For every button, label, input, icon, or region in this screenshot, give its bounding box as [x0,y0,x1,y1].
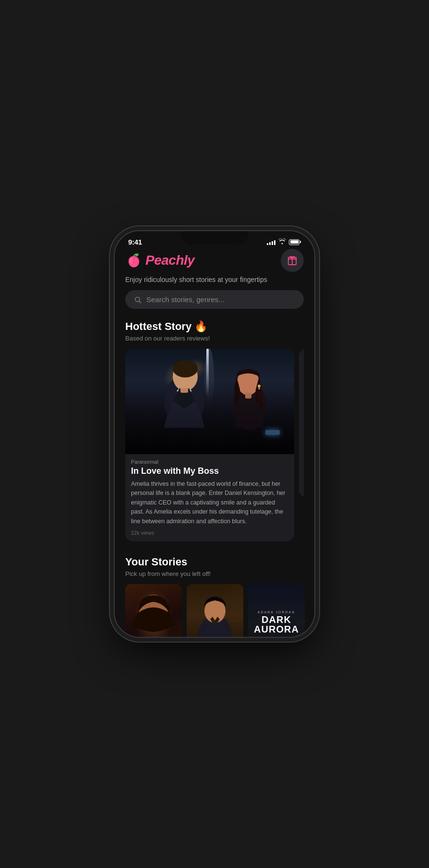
logo: Peachly [125,252,194,269]
story-thumbnail-vengeance [187,584,243,637]
aurora-title-text-2: AURORA [254,624,299,633]
header: Peachly [125,249,304,272]
featured-card-wrapper-1: Paranormal In Love with My Boss Amelia t… [125,349,294,544]
story-thumbnail-aurora: ADARA JORDAN DARK AURORA [248,584,305,637]
signal-icon [267,239,275,245]
featured-card-peek-2 [299,349,304,544]
featured-story-card-1[interactable]: Paranormal In Love with My Boss Amelia t… [125,349,294,541]
search-bar[interactable]: Search stories, genres... [125,290,304,309]
svg-point-2 [129,257,134,264]
your-stories-title: Your Stories [125,556,304,568]
story-card-vengeance[interactable]: Paranormal Vengeance [187,584,243,637]
aurora-author: ADARA JORDAN [254,610,299,613]
main-content: Peachly Enjoy ridiculously short stories… [115,249,314,637]
misdeeds-face [133,586,174,637]
card-title-1: In Love with My Boss [131,466,288,476]
hottest-story-list: Paranormal In Love with My Boss Amelia t… [125,349,304,544]
featured-story-image-1 [125,349,294,454]
your-stories-section: Your Stories Pick up from where you left… [125,556,304,637]
gift-icon [287,255,298,266]
app-name: Peachly [145,253,194,268]
story-grid[interactable]: MISDEEDS Paranormal The Love I Have you … [115,584,314,637]
gift-button[interactable] [281,249,304,272]
aurora-text-overlay: ADARA JORDAN DARK AURORA [254,610,299,633]
hottest-story-subtitle: Based on our readers reviews! [125,335,304,342]
battery-icon [289,239,301,245]
card-views-1: 22k views [131,530,288,536]
card-description-1: Amelia thrives in the fast-paced world o… [131,480,288,526]
wifi-icon [278,238,286,246]
hottest-story-scroll[interactable]: Paranormal In Love with My Boss Amelia t… [115,349,314,544]
search-placeholder-text: Search stories, genres... [146,295,225,304]
story-card-aurora[interactable]: ADARA JORDAN DARK AURORA Paranormal Dark… [248,584,305,637]
card-genre-1: Paranormal [131,459,288,465]
hottest-story-section: Hottest Story 🔥 Based on our readers rev… [125,320,304,544]
search-icon [134,296,142,304]
peach-logo-icon [125,252,143,269]
status-icons [267,238,301,246]
aurora-title-text: DARK [254,614,299,624]
svg-line-7 [139,301,141,303]
story-thumbnail-misdeeds: MISDEEDS [125,584,182,637]
app-tagline: Enjoy ridiculously short stories at your… [125,276,304,283]
featured-card-body-1: Paranormal In Love with My Boss Amelia t… [125,454,294,541]
vengeance-figure [193,593,237,637]
phone-notch [181,231,248,245]
phone-screen[interactable]: 9:41 [115,231,314,637]
phone-frame: 9:41 [114,230,315,638]
status-time: 9:41 [128,238,142,246]
hottest-story-title: Hottest Story 🔥 [125,320,304,333]
your-stories-subtitle: Pick up from where you left off! [125,570,304,577]
story-card-misdeeds[interactable]: MISDEEDS Paranormal The Love I Have you … [125,584,182,637]
